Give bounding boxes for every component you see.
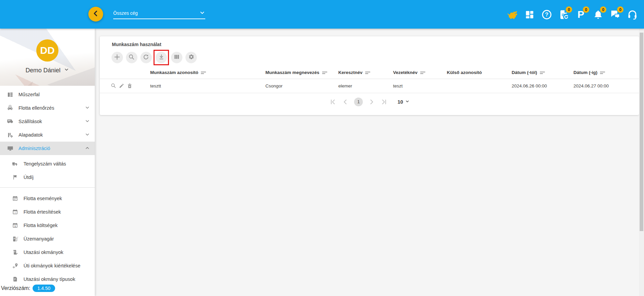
add-icon: [114, 54, 120, 61]
company-selector[interactable]: Összes cég: [113, 10, 205, 19]
last-page-button[interactable]: [380, 98, 388, 106]
svg-text:$: $: [14, 225, 16, 228]
sidebar-item-szallitasok[interactable]: Szállítások: [0, 115, 95, 128]
admin-submenu: Tengelyszám váltás Útdíj: [0, 157, 95, 184]
messages-icon[interactable]: 0: [609, 9, 621, 20]
chevron-down-icon: [85, 105, 90, 111]
munkaszam-hasznalat-card: Munkaszám használat: [100, 36, 639, 115]
parking-icon[interactable]: P 0: [575, 9, 587, 20]
sidebar-item-utazasi-okmanyok[interactable]: Utazási okmányok: [0, 246, 95, 259]
support-headset-icon[interactable]: [627, 9, 638, 20]
sidebar-item-utdij[interactable]: Útdíj: [0, 171, 95, 184]
connected-car-icon: [6, 105, 14, 111]
parking-badge: 0: [583, 6, 589, 13]
munkaszam-table: Munkaszám azonosító Munkaszám megnevezés…: [100, 67, 639, 93]
collapse-sidebar-button[interactable]: [88, 7, 103, 22]
page-size-select[interactable]: 10: [397, 99, 410, 105]
svg-text:f: f: [17, 236, 18, 238]
sidebar-item-flotta-esemenyek[interactable]: Flotta események: [0, 192, 95, 205]
sidebar-item-adminisztracio[interactable]: Adminisztráció: [0, 142, 95, 155]
company-selector-value: Összes cég: [113, 10, 138, 16]
chevron-down-icon: [199, 10, 205, 17]
pagination: 1 10: [100, 98, 639, 106]
route-evaluation-icon: [11, 263, 19, 269]
search-button[interactable]: [126, 52, 137, 63]
sort-icon: [365, 71, 371, 75]
download-icon: [159, 54, 164, 61]
sidebar-item-uti-okmanyok-kiertekelese[interactable]: Úti okmányok kiértékelése: [0, 259, 95, 272]
piggy-bank-icon[interactable]: [507, 9, 518, 20]
cell-datum-tol: 2024.06.26 00:00: [512, 79, 573, 93]
table-row: tesztt Csongor elemer teszt 2024.06.26 0…: [100, 79, 639, 93]
next-page-button[interactable]: [368, 98, 375, 106]
sidebar-item-flotta-koltsegek[interactable]: $ Flotta költségek: [0, 219, 95, 232]
row-actions: [100, 83, 150, 88]
calendar-alert-icon: !: [11, 209, 19, 215]
toolbar: [100, 50, 639, 65]
previous-page-button[interactable]: [342, 98, 349, 106]
current-page-indicator[interactable]: 1: [354, 98, 363, 106]
actions-column-header: [100, 67, 150, 79]
version-label: Verziószám:: [1, 285, 30, 291]
sort-icon: [420, 71, 426, 75]
user-name: Demo Dániel: [26, 67, 60, 74]
sidebar-item-flotta-ellenorzes[interactable]: Flotta ellenőrzés: [0, 101, 95, 115]
messages-badge: 0: [617, 6, 624, 13]
sidebar-item-flotta-ertesitesek[interactable]: ! Flotta értesítések: [0, 205, 95, 219]
version-badge: 1.4.50: [33, 285, 55, 292]
row-delete-icon[interactable]: [127, 83, 132, 88]
refresh-icon: [143, 54, 149, 61]
refresh-button[interactable]: [140, 52, 152, 63]
axle-truck-icon: [11, 160, 19, 167]
row-view-icon[interactable]: [111, 83, 116, 88]
download-button[interactable]: [156, 52, 167, 63]
svg-text:?: ?: [545, 11, 548, 18]
column-header-munkaszam-azonosito[interactable]: Munkaszám azonosító: [150, 67, 265, 79]
chevron-up-icon: [85, 145, 90, 152]
version-row: Verziószám: 1.4.50: [1, 285, 55, 292]
column-header-munkaszam-megnevezes[interactable]: Munkaszám megnevezés: [265, 67, 338, 79]
menu-divider: [0, 187, 95, 188]
sidebar-item-tengelyszam-valtas[interactable]: Tengelyszám váltás: [0, 157, 95, 171]
column-header-datum-tol[interactable]: Dátum (-tól): [512, 67, 573, 79]
document-history-icon[interactable]: 0: [558, 9, 569, 20]
table-header-row: Munkaszám azonosító Munkaszám megnevezés…: [100, 67, 639, 79]
vertical-scrollbar[interactable]: [639, 29, 644, 296]
page-title: Munkaszám használat: [100, 36, 639, 47]
sort-icon: [540, 71, 545, 75]
sidebar-menu: Műszerfal Flotta ellenőrzés Szállítások: [0, 86, 95, 286]
toll-flag-icon: [11, 174, 19, 180]
avatar[interactable]: DD: [36, 39, 58, 62]
sidebar: DD Demo Dániel Műszerfal Flotta ellenőrz…: [0, 29, 95, 296]
document-history-badge: 0: [566, 6, 572, 13]
user-menu[interactable]: Demo Dániel: [0, 67, 95, 74]
dashboard-icon: [6, 91, 14, 98]
gear-icon: [188, 54, 194, 61]
column-header-keresztnev[interactable]: Keresztnév: [338, 67, 393, 79]
sidebar-item-muszerfal[interactable]: Műszerfal: [0, 88, 95, 101]
help-icon[interactable]: ?: [541, 9, 552, 20]
scrollbar-thumb[interactable]: [640, 33, 643, 231]
columns-button[interactable]: [171, 52, 182, 63]
settings-button[interactable]: [185, 52, 197, 63]
add-button[interactable]: [112, 52, 123, 63]
monitor-icon: [6, 145, 14, 152]
column-header-datum-ig[interactable]: Dátum (-ig): [573, 67, 639, 79]
download-highlight-box: [154, 50, 169, 65]
row-edit-icon[interactable]: [119, 83, 124, 88]
sidebar-item-utazasi-okmany-tipusok[interactable]: Utazási okmány típusok: [0, 272, 95, 286]
cell-kulso-azonosito: [447, 79, 512, 93]
sort-icon: [322, 71, 328, 75]
sidebar-item-alapadatok[interactable]: Alapadatok: [0, 128, 95, 142]
apps-grid-icon[interactable]: [524, 9, 535, 20]
column-header-vezeteknev[interactable]: Vezetéknév: [393, 67, 447, 79]
notifications-bell-icon[interactable]: 0: [592, 9, 604, 20]
first-page-button[interactable]: [329, 98, 337, 106]
cell-keresztnev: elemer: [338, 79, 393, 93]
sidebar-item-uzemanyagar[interactable]: Ff Üzemanyagár: [0, 232, 95, 246]
column-header-kulso-azonosito: Külső azonosító: [447, 67, 512, 79]
cell-datum-ig: 2024.06.27 00:00: [573, 79, 639, 93]
tools-submenu: Flotta események ! Flotta értesítések $ …: [0, 192, 95, 286]
cell-munkaszam-azonosito: tesztt: [150, 79, 265, 93]
chevron-down-icon: [405, 99, 410, 105]
